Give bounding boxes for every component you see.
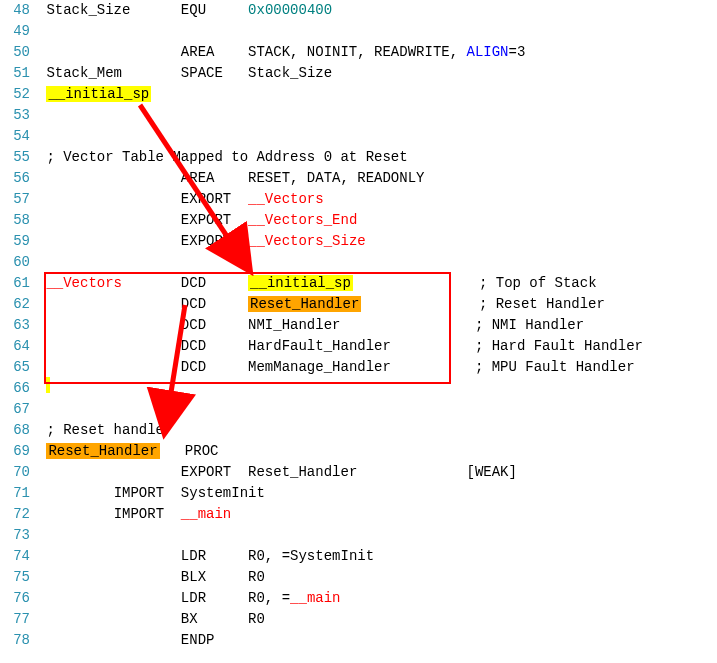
line-number: 56 (0, 168, 38, 189)
line-number: 76 (0, 588, 38, 609)
code-line: 68 ; Reset handler (0, 420, 717, 441)
line-number: 73 (0, 525, 38, 546)
code-content: EXPORT __Vectors_End (38, 210, 717, 231)
code-content: DCD HardFault_Handler ; Hard Fault Handl… (38, 336, 717, 357)
code-line: 65 DCD MemManage_Handler ; MPU Fault Han… (0, 357, 717, 378)
code-line: 60 (0, 252, 717, 273)
code-line: 56 AREA RESET, DATA, READONLY (0, 168, 717, 189)
line-number: 59 (0, 231, 38, 252)
code-line: 53 (0, 105, 717, 126)
line-number: 65 (0, 357, 38, 378)
code-content: EXPORT __Vectors (38, 189, 717, 210)
highlight-initial-sp: __initial_sp (248, 275, 353, 291)
code-content: Stack_Size EQU 0x00000400 (38, 0, 717, 21)
code-content: EXPORT Reset_Handler [WEAK] (38, 462, 717, 483)
code-line: 76 LDR R0, =__main (0, 588, 717, 609)
code-line: 49 (0, 21, 717, 42)
code-line: 69 Reset_Handler PROC (0, 441, 717, 462)
code-line: 78 ENDP (0, 630, 717, 651)
line-number: 64 (0, 336, 38, 357)
code-line: 67 (0, 399, 717, 420)
line-number: 61 (0, 273, 38, 294)
line-number: 67 (0, 399, 38, 420)
code-line: 77 BX R0 (0, 609, 717, 630)
code-content: AREA RESET, DATA, READONLY (38, 168, 717, 189)
line-number: 78 (0, 630, 38, 651)
code-line: 66 (0, 378, 717, 399)
code-line: 50 AREA STACK, NOINIT, READWRITE, ALIGN=… (0, 42, 717, 63)
code-content: IMPORT __main (38, 504, 717, 525)
line-number: 68 (0, 420, 38, 441)
line-number: 51 (0, 63, 38, 84)
line-number: 49 (0, 21, 38, 42)
code-content: ; Vector Table Mapped to Address 0 at Re… (38, 147, 717, 168)
line-number: 50 (0, 42, 38, 63)
line-number: 72 (0, 504, 38, 525)
code-block: 48 Stack_Size EQU 0x00000400 49 50 AREA … (0, 0, 717, 651)
code-content: LDR R0, =SystemInit (38, 546, 717, 567)
highlight-marker (46, 377, 50, 393)
highlight-reset-handler: Reset_Handler (248, 296, 361, 312)
line-number: 62 (0, 294, 38, 315)
code-line: 55 ; Vector Table Mapped to Address 0 at… (0, 147, 717, 168)
code-line: 74 LDR R0, =SystemInit (0, 546, 717, 567)
code-content: DCD NMI_Handler ; NMI Handler (38, 315, 717, 336)
code-content: BLX R0 (38, 567, 717, 588)
code-content: Reset_Handler PROC (38, 441, 717, 462)
line-number: 60 (0, 252, 38, 273)
line-number: 71 (0, 483, 38, 504)
line-number: 69 (0, 441, 38, 462)
line-number: 58 (0, 210, 38, 231)
highlight-reset-handler: Reset_Handler (46, 443, 159, 459)
line-number: 57 (0, 189, 38, 210)
code-content: __initial_sp (38, 84, 717, 105)
code-content: DCD Reset_Handler ; Reset Handler (38, 294, 717, 315)
code-line: 64 DCD HardFault_Handler ; Hard Fault Ha… (0, 336, 717, 357)
code-content: IMPORT SystemInit (38, 483, 717, 504)
code-content: ; Reset handler (38, 420, 717, 441)
highlight-initial-sp: __initial_sp (46, 86, 151, 102)
code-line: 57 EXPORT __Vectors (0, 189, 717, 210)
line-number: 53 (0, 105, 38, 126)
code-line: 70 EXPORT Reset_Handler [WEAK] (0, 462, 717, 483)
code-content: __Vectors DCD __initial_sp ; Top of Stac… (38, 273, 717, 294)
line-number: 74 (0, 546, 38, 567)
code-line: 63 DCD NMI_Handler ; NMI Handler (0, 315, 717, 336)
code-line: 72 IMPORT __main (0, 504, 717, 525)
code-content: Stack_Mem SPACE Stack_Size (38, 63, 717, 84)
code-line: 61 __Vectors DCD __initial_sp ; Top of S… (0, 273, 717, 294)
line-number: 66 (0, 378, 38, 399)
code-content: ENDP (38, 630, 717, 651)
code-content: BX R0 (38, 609, 717, 630)
code-line: 73 (0, 525, 717, 546)
code-line: 51 Stack_Mem SPACE Stack_Size (0, 63, 717, 84)
code-line: 58 EXPORT __Vectors_End (0, 210, 717, 231)
line-number: 55 (0, 147, 38, 168)
line-number: 52 (0, 84, 38, 105)
line-number: 54 (0, 126, 38, 147)
code-content: EXPORT __Vectors_Size (38, 231, 717, 252)
code-line: 54 (0, 126, 717, 147)
line-number: 48 (0, 0, 38, 21)
line-number: 70 (0, 462, 38, 483)
line-number: 75 (0, 567, 38, 588)
code-line: 75 BLX R0 (0, 567, 717, 588)
code-line: 48 Stack_Size EQU 0x00000400 (0, 0, 717, 21)
line-number: 63 (0, 315, 38, 336)
code-line: 71 IMPORT SystemInit (0, 483, 717, 504)
code-line: 59 EXPORT __Vectors_Size (0, 231, 717, 252)
code-content: LDR R0, =__main (38, 588, 717, 609)
code-line: 52 __initial_sp (0, 84, 717, 105)
code-line: 62 DCD Reset_Handler ; Reset Handler (0, 294, 717, 315)
line-number: 77 (0, 609, 38, 630)
code-content: DCD MemManage_Handler ; MPU Fault Handle… (38, 357, 717, 378)
code-content: AREA STACK, NOINIT, READWRITE, ALIGN=3 (38, 42, 717, 63)
